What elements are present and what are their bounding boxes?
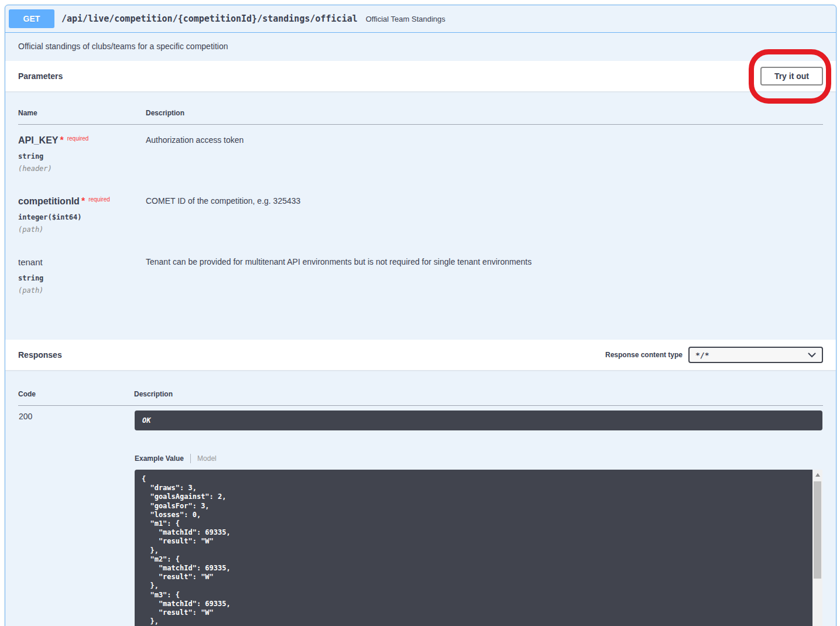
responses-description-header: Description: [134, 390, 823, 406]
example-value-block: { "draws": 3, "goalsAgainst": 2, "goalsF…: [135, 470, 822, 626]
required-label: required: [88, 196, 110, 203]
scroll-up-icon[interactable]: [812, 470, 822, 480]
response-content-type-group: Response content type */*: [605, 347, 823, 363]
parameter-description: COMET ID of the competition, e.g. 325433: [146, 186, 823, 247]
parameter-description: Authorization access token: [146, 125, 823, 186]
try-it-out-button[interactable]: Try it out: [760, 67, 823, 85]
example-json-code: { "draws": 3, "goalsAgainst": 2, "goalsF…: [135, 470, 812, 626]
parameter-location: (header): [18, 165, 146, 173]
parameter-type: string: [18, 152, 146, 160]
chevron-down-icon: [808, 351, 816, 360]
parameters-title: Parameters: [18, 71, 63, 81]
tab-model[interactable]: Model: [197, 454, 217, 463]
parameter-row: tenant string (path) Tenant can be provi…: [18, 247, 823, 307]
endpoint-path: /api/live/competition/{competitionId}/st…: [61, 13, 358, 24]
required-label: required: [67, 135, 89, 142]
response-description-bar: OK: [135, 411, 822, 430]
response-content-type-label: Response content type: [605, 351, 683, 359]
parameter-location: (path): [18, 286, 146, 295]
parameter-name: competitionId: [18, 196, 80, 206]
parameter-name: tenant: [18, 257, 43, 267]
responses-code-header: Code: [18, 390, 134, 406]
response-row: 200 OK Example Value Model { "draws": 3,…: [18, 406, 823, 626]
scrollbar-thumb[interactable]: [814, 481, 821, 579]
parameter-description: Tenant can be provided for multitenant A…: [146, 247, 823, 307]
responses-section-header: Responses Response content type */*: [5, 340, 836, 370]
endpoint-summary-text: Official Team Standings: [366, 15, 445, 23]
response-code: 200: [18, 406, 134, 626]
response-content-type-select[interactable]: */*: [688, 347, 823, 363]
example-model-tabs: Example Value Model: [135, 454, 822, 463]
tab-divider: [190, 454, 191, 463]
parameters-section-header: Parameters Try it out: [5, 61, 836, 91]
code-scrollbar[interactable]: [812, 470, 822, 626]
parameters-name-header: Name: [18, 109, 146, 125]
parameter-row: API_KEY*required string (header) Authori…: [18, 125, 823, 186]
operation-block-get: GET /api/live/competition/{competitionId…: [5, 5, 836, 626]
required-asterisk: *: [81, 196, 85, 206]
http-method-badge: GET: [9, 9, 54, 28]
parameters-table-container: Name Description API_KEY*required string…: [5, 109, 836, 307]
endpoint-description: Official standings of clubs/teams for a …: [5, 33, 836, 61]
responses-table: Code Description 200 OK Example Value Mo…: [18, 390, 823, 626]
parameter-location: (path): [18, 225, 146, 234]
parameter-type: string: [18, 274, 146, 282]
responses-table-container: Code Description 200 OK Example Value Mo…: [5, 390, 836, 626]
parameters-table: Name Description API_KEY*required string…: [18, 109, 823, 307]
parameter-name: API_KEY: [18, 135, 58, 145]
tab-example-value[interactable]: Example Value: [135, 454, 184, 463]
response-content-type-value: */*: [695, 351, 709, 360]
endpoint-summary-row[interactable]: GET /api/live/competition/{competitionId…: [5, 5, 836, 33]
required-asterisk: *: [60, 135, 63, 145]
responses-title: Responses: [18, 350, 62, 360]
parameter-row: competitionId*required integer($int64) (…: [18, 186, 823, 247]
parameter-type: integer($int64): [18, 213, 146, 221]
parameters-description-header: Description: [146, 109, 823, 125]
